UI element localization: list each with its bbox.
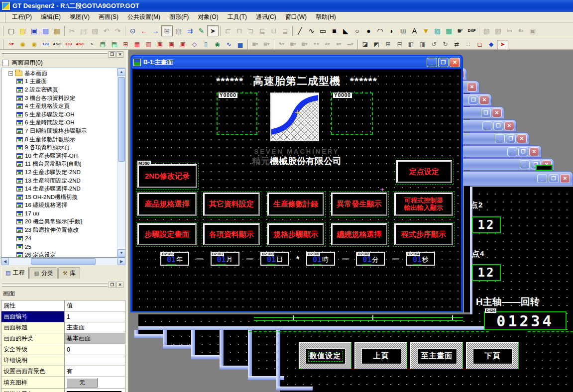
switch-menu-icon[interactable]: S▾ — [5, 40, 17, 49]
export-icon[interactable]: Ex — [515, 25, 527, 36]
minimize-icon[interactable]: _ — [482, 121, 492, 130]
undo-icon[interactable]: ↶ — [101, 25, 112, 36]
scroll-left-icon[interactable]: ◀ — [1, 258, 9, 265]
draw-line-icon[interactable]: ╱ — [294, 25, 306, 36]
tree-item-screen-17[interactable]: 17 uu — [1, 209, 117, 218]
comment-word-icon[interactable]: ▤ — [109, 40, 120, 49]
select-frame-icon[interactable]: ➤ — [497, 40, 508, 49]
hmi-button-row3-2[interactable]: 規格步驟顯示 — [266, 222, 326, 247]
scroll-up-icon[interactable]: ▲ — [117, 68, 125, 76]
bg-color-icon[interactable]: ▬▾ — [344, 40, 356, 49]
lamp-area-right[interactable]: Y0000 — [331, 93, 373, 135]
touch-switch-word-icon[interactable]: ▣ — [166, 40, 177, 49]
hmi-button-fixpoint[interactable]: 定点设定 — [395, 159, 454, 185]
point-value-1[interactable]: 12 — [472, 264, 501, 281]
tree-vscrollbar[interactable]: ▲ ▼ — [117, 68, 125, 257]
panel2-maximize-icon[interactable]: ❐ — [109, 282, 115, 288]
tree-item-screen-16[interactable]: 16 纏繞規格選擇 — [1, 201, 117, 210]
level-icon[interactable]: ▯ — [200, 40, 212, 49]
select-tool-icon[interactable]: ➤ — [207, 25, 219, 36]
draw-sector-icon[interactable]: ◗ — [386, 25, 397, 36]
menu-9[interactable]: 窗口(W) — [281, 12, 311, 22]
align-right-icon[interactable]: ⊐ — [245, 25, 256, 36]
import-dxf-icon[interactable]: DXF — [466, 25, 477, 36]
tree-item-screen-20[interactable]: 20 機台異常顯示[手動] — [1, 218, 117, 226]
close-icon[interactable]: ✕ — [529, 147, 539, 156]
maximize-icon[interactable]: ❐ — [481, 108, 491, 117]
scroll-right-icon[interactable]: ▶ — [117, 258, 125, 265]
prop-value[interactable]: 有 — [65, 366, 125, 377]
maximize-icon[interactable]: ❐ — [438, 58, 449, 67]
tree-item-screen-14[interactable]: 14 生産步驟選擇-2ND — [1, 185, 117, 193]
panel-close-icon[interactable]: ✕ — [116, 51, 123, 58]
tab-project[interactable]: ▤工程 — [1, 267, 29, 279]
counter-display[interactable]: 01234 — [484, 311, 567, 330]
copy-icon[interactable]: ▤ — [78, 25, 89, 36]
property-row[interactable]: 画面标题主畫面 — [1, 322, 125, 333]
tree-item-screen-9[interactable]: 9 各項資料顯示頁 — [1, 143, 117, 152]
draw-circle-filled-icon[interactable]: ● — [363, 25, 374, 36]
tree-item-screen-8[interactable]: 8 生産條數計數顯示 — [1, 135, 117, 144]
lamp-bit-icon[interactable]: ◉ — [17, 40, 28, 49]
hmi-screen-title[interactable]: ****** 高速胎第二成型機 ****** — [132, 74, 461, 88]
flip-horizontal-icon[interactable]: ◧ — [405, 40, 417, 49]
fill-color-icon[interactable]: ▼▾ — [310, 40, 322, 49]
datetime-display-D2108[interactable]: D210801日 — [260, 252, 289, 266]
hmi-button-row2-3[interactable]: 異常發生顯示 — [330, 191, 389, 217]
screen-prev-icon[interactable]: ← — [138, 25, 150, 36]
pattern-none-button[interactable]: 无 — [67, 378, 98, 388]
property-row[interactable]: 图样前景色 — [1, 389, 125, 392]
align-middle-icon[interactable]: ⊔ — [268, 25, 279, 36]
point-value-0[interactable]: 12 — [472, 216, 501, 233]
draw-polyline-icon[interactable]: ∿ — [306, 25, 317, 36]
prop-value[interactable]: 1 — [65, 311, 125, 322]
prop-value[interactable] — [65, 389, 125, 392]
hmi-button-row3-1[interactable]: 各項資料顯示 — [202, 222, 261, 247]
meter-icon[interactable]: ◇ — [189, 40, 200, 49]
ungroup-icon[interactable]: ⊟ — [394, 40, 405, 49]
screen-next-icon[interactable]: → — [150, 25, 161, 36]
hmi-button-row3-4[interactable]: 程式步序顯示 — [393, 222, 455, 247]
nav-button-0[interactable]: 数值设定 — [299, 342, 351, 369]
prop-value[interactable]: 0 — [65, 344, 125, 355]
tree-item-screen-12[interactable]: 12 生産步驟設定-2ND — [1, 168, 117, 177]
property-row[interactable]: 填充图样无 — [1, 377, 125, 389]
consecutive-copy-icon[interactable]: ⇄ — [451, 40, 462, 49]
property-row[interactable]: 画面的种类基本画面 — [1, 333, 125, 344]
draw-rect-icon[interactable]: ▭ — [317, 25, 329, 36]
new-file-icon[interactable]: ▢ — [5, 25, 17, 36]
datetime-display-D2107[interactable]: D210701月 — [211, 252, 239, 266]
open-file-icon[interactable]: ▤ — [17, 25, 28, 36]
align-top-icon[interactable]: ⊑ — [256, 25, 268, 36]
maximize-icon[interactable]: ❐ — [518, 147, 528, 156]
tree-item-screen-11[interactable]: 11 機台異常顯示[自動] — [1, 160, 117, 169]
scroll-down-icon[interactable]: ▼ — [117, 249, 125, 257]
alarm-display-icon[interactable]: ▥ — [143, 40, 154, 49]
bar-graph-icon[interactable]: ▅ — [234, 40, 246, 49]
datetime-display-D2102[interactable]: D210201分 — [356, 252, 385, 266]
data-list-icon[interactable]: ▤ — [173, 25, 184, 36]
minimize-icon[interactable]: _ — [537, 174, 547, 183]
fg-color-icon[interactable]: ■▾ — [333, 40, 344, 49]
minimize-icon[interactable]: _ — [507, 147, 517, 156]
panel2-close-icon[interactable]: ✕ — [116, 282, 123, 288]
tab-library[interactable]: ⚒库 — [58, 267, 80, 279]
bring-front-icon[interactable]: ◪ — [359, 40, 371, 49]
ascii-display-icon[interactable]: ASC — [51, 40, 63, 49]
hmi-button-row2-0[interactable]: 産品規格選擇 — [136, 191, 198, 217]
toolbar-gripper[interactable] — [2, 26, 3, 36]
menu-3[interactable]: 画面(S) — [94, 12, 123, 22]
grid-setting-icon[interactable]: ▦▾ — [249, 40, 261, 49]
lamp-area-left[interactable]: Y0000 — [217, 93, 257, 135]
edit-object-icon[interactable]: ◆ — [485, 40, 497, 49]
menu-5[interactable]: 图形(F) — [165, 12, 193, 22]
draw-polygon-icon[interactable]: ◣ — [340, 25, 351, 36]
menu-0[interactable]: 工程(P) — [7, 12, 36, 22]
insert-image-icon[interactable]: ▨ — [432, 25, 443, 36]
alarm-list-icon[interactable]: ⊞ — [120, 40, 131, 49]
datetime-display-D2104[interactable]: D210401秒 — [406, 252, 435, 266]
menu-6[interactable]: 对象(O) — [193, 12, 223, 22]
close-icon[interactable]: ✕ — [492, 108, 502, 117]
prop-value[interactable] — [65, 355, 125, 366]
close-icon[interactable]: ✕ — [517, 134, 527, 143]
